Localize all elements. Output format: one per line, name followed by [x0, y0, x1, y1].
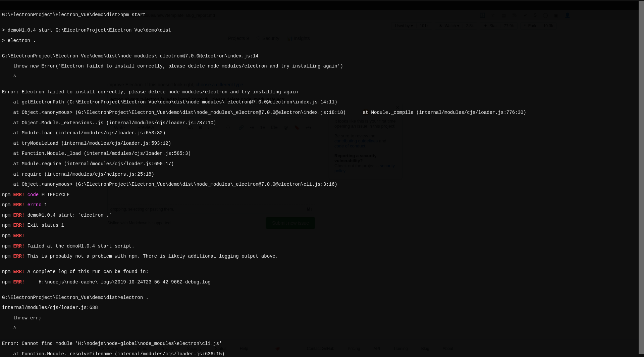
terminal-line: throw new Error('Electron failed to inst…	[2, 64, 644, 69]
npm-val: This is probably not a problem with npm.…	[24, 254, 278, 259]
terminal-scrollbar[interactable]	[639, 1, 644, 354]
npm-label: npm	[2, 243, 10, 249]
npm-label: npm	[2, 279, 10, 285]
npm-key: code	[24, 192, 39, 197]
terminal-line: npm ERR! H:\nodejs\node-cache\_logs\2019…	[2, 280, 644, 285]
terminal-line: npm ERR! A complete log of this run can …	[2, 269, 644, 274]
err-label: ERR!	[10, 213, 24, 218]
terminal-line: npm ERR! Exit status 1	[2, 223, 644, 228]
err-label: ERR!	[10, 279, 24, 285]
terminal-line: > demo@1.0.4 start G:\ElectronProject\El…	[2, 28, 644, 33]
terminal-line: at Object.<anonymous> (G:\ElectronProjec…	[2, 110, 644, 115]
terminal-line: npm ERR! errno 1	[2, 203, 644, 208]
npm-label: npm	[2, 254, 10, 259]
terminal-line: Error: Electron failed to install correc…	[2, 90, 644, 95]
npm-val: Failed at the demo@1.0.4 start script.	[24, 243, 135, 249]
npm-val: A complete log of this run can be found …	[24, 269, 149, 274]
terminal-line: G:\ElectronProject\Electron_Vue\demo\dis…	[2, 12, 644, 17]
terminal-line: Error: Cannot find module 'H:\nodejs\nod…	[2, 341, 644, 346]
terminal-line: > electron .	[2, 38, 644, 43]
terminal-line: npm ERR! code ELIFECYCLE	[2, 192, 644, 197]
err-label: ERR!	[10, 233, 24, 238]
npm-label: npm	[2, 213, 10, 218]
scrollbar-thumb[interactable]	[639, 1, 644, 354]
npm-label: npm	[2, 192, 10, 197]
terminal-line: at tryModuleLoad (internal/modules/cjs/l…	[2, 141, 644, 146]
npm-label: npm	[2, 202, 10, 208]
terminal-line: G:\ElectronProject\Electron_Vue\demo\dis…	[2, 295, 644, 300]
terminal-line: G:\ElectronProject\Electron_Vue\demo\dis…	[2, 54, 644, 59]
npm-val: H:\nodejs\node-cache\_logs\2019-10-24T23…	[24, 279, 211, 285]
npm-label: npm	[2, 269, 10, 274]
terminal-line: throw err;	[2, 316, 644, 321]
terminal-line: at require (internal/modules/cjs/helpers…	[2, 172, 644, 177]
terminal-line: at Function.Module._resolveFilename (int…	[2, 352, 644, 357]
npm-label: npm	[2, 223, 10, 228]
npm-val: 1	[42, 202, 47, 208]
terminal-line: ^	[2, 326, 644, 331]
terminal-line: at Object.<anonymous> (G:\ElectronProjec…	[2, 182, 644, 187]
terminal-line: at Module.load (internal/modules/cjs/loa…	[2, 131, 644, 136]
npm-key: errno	[24, 202, 41, 208]
terminal-line: at Module.require (internal/modules/cjs/…	[2, 162, 644, 167]
terminal-line: internal/modules/cjs/loader.js:638	[2, 305, 644, 310]
err-label: ERR!	[10, 202, 24, 208]
terminal-line: npm ERR! demo@1.0.4 start: `electron .`	[2, 213, 644, 218]
npm-val: Exit status 1	[24, 223, 64, 228]
terminal-line: npm ERR!	[2, 233, 644, 238]
npm-label: npm	[2, 233, 10, 238]
npm-val: ELIFECYCLE	[39, 192, 69, 197]
terminal-line: npm ERR! Failed at the demo@1.0.4 start …	[2, 244, 644, 249]
terminal-line: at Object.Module._extensions..js (intern…	[2, 121, 644, 126]
npm-val: demo@1.0.4 start: `electron .`	[24, 213, 112, 218]
terminal-line: at getElectronPath (G:\ElectronProject\E…	[2, 100, 644, 105]
err-label: ERR!	[10, 243, 24, 249]
err-label: ERR!	[10, 254, 24, 259]
err-label: ERR!	[10, 223, 24, 228]
err-label: ERR!	[10, 269, 24, 274]
terminal-window[interactable]: G:\ElectronProject\Electron_Vue\demo\dis…	[0, 1, 644, 357]
terminal-line: at Function.Module._load (internal/modul…	[2, 151, 644, 156]
err-label: ERR!	[10, 192, 24, 197]
terminal-line: npm ERR! This is probably not a problem …	[2, 254, 644, 259]
terminal-line: ^	[2, 74, 644, 79]
